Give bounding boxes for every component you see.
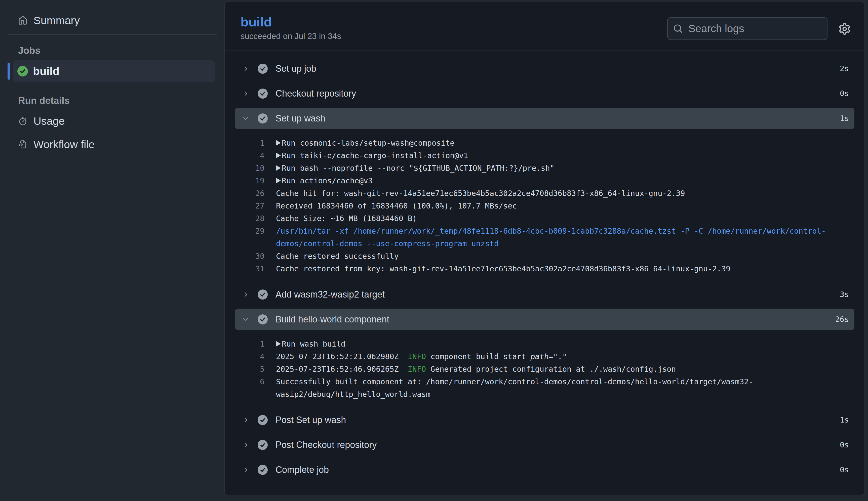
step-row-complete-job[interactable]: Complete job 0s xyxy=(235,459,855,480)
expand-run-icon[interactable] xyxy=(276,341,281,347)
expand-run-icon[interactable] xyxy=(276,153,281,158)
step-title: Complete job xyxy=(275,465,329,475)
panel-header: build succeeded on Jul 23 in 34s xyxy=(225,2,865,51)
log-line: 1Run cosmonic-labs/setup-wash@composite xyxy=(225,137,865,149)
gear-icon[interactable] xyxy=(839,23,850,35)
chevron-right-icon[interactable] xyxy=(242,65,249,72)
steps-list: Set up job 2s Checkout repository 0s Set… xyxy=(225,51,865,480)
log-line-text: Cache restored successfully xyxy=(276,250,837,263)
expand-run-icon[interactable] xyxy=(276,178,281,183)
sidebar-item-workflow-file[interactable]: Workflow file xyxy=(0,133,224,156)
log-line-number[interactable]: 4 xyxy=(234,350,264,363)
sidebar-item-usage-label: Usage xyxy=(33,115,65,127)
log-line-number[interactable]: 26 xyxy=(234,187,264,200)
log-line-number[interactable]: 6 xyxy=(234,375,264,401)
log-group: 1Run wash build42025-07-23T16:52:21.0629… xyxy=(225,338,865,401)
run-details-heading: Run details xyxy=(0,95,224,106)
log-line-number[interactable]: 27 xyxy=(234,200,264,212)
log-line: 27Received 16834460 of 16834460 (100.0%)… xyxy=(225,200,865,212)
log-line: 42025-07-23T16:52:21.062980Z INFO compon… xyxy=(225,350,865,363)
step-row-checkout-repository[interactable]: Checkout repository 0s xyxy=(235,83,855,104)
expand-run-icon[interactable] xyxy=(276,140,281,146)
step-row-add-wasm32-wasip2-target[interactable]: Add wasm32-wasip2 target 3s xyxy=(235,284,855,305)
log-line-number[interactable]: 28 xyxy=(234,212,264,225)
sidebar-divider xyxy=(8,34,216,35)
log-line-number[interactable]: 1 xyxy=(234,137,264,149)
log-line: 30Cache restored successfully xyxy=(225,250,865,263)
log-line: 19Run actions/cache@v3 xyxy=(225,174,865,187)
log-line-text: Cache Size: ~16 MB (16834460 B) xyxy=(276,212,837,225)
job-title-link[interactable]: build xyxy=(241,14,272,30)
job-status-line: succeeded on Jul 23 in 34s xyxy=(241,31,341,41)
log-line-number[interactable]: 31 xyxy=(234,263,264,275)
log-line-number[interactable]: 1 xyxy=(234,338,264,350)
log-line-text: Cache hit for: wash-git-rev-14a51ee71ec6… xyxy=(276,187,837,200)
log-line-number[interactable]: 19 xyxy=(234,174,264,187)
step-duration: 1s xyxy=(840,415,849,424)
log-line-number[interactable]: 29 xyxy=(234,225,264,250)
sidebar-job-build-label: build xyxy=(33,65,60,77)
job-success-icon xyxy=(17,66,28,76)
log-line: 52025-07-23T16:52:46.906265Z INFO Genera… xyxy=(225,363,865,375)
sidebar-item-usage[interactable]: Usage xyxy=(0,109,224,133)
log-group: 1Run cosmonic-labs/setup-wash@composite4… xyxy=(225,137,865,275)
log-line-number[interactable]: 30 xyxy=(234,250,264,263)
home-icon xyxy=(18,16,28,25)
expand-run-icon[interactable] xyxy=(276,165,281,171)
search-icon xyxy=(673,24,683,33)
step-row-set-up-wash[interactable]: Set up wash 1s xyxy=(235,108,855,129)
step-success-icon xyxy=(258,289,268,300)
log-line-text: Received 16834460 of 16834460 (100.0%), … xyxy=(276,200,837,212)
log-line-text: Run actions/cache@v3 xyxy=(276,174,837,187)
step-title: Set up job xyxy=(275,63,316,74)
step-duration: 0s xyxy=(840,465,849,474)
step-title: Add wasm32-wasip2 target xyxy=(275,289,385,300)
chevron-right-icon[interactable] xyxy=(242,466,249,473)
chevron-right-icon[interactable] xyxy=(242,90,249,97)
log-panel: build succeeded on Jul 23 in 34s Set up … xyxy=(224,2,865,495)
selected-indicator-bar xyxy=(8,63,10,80)
log-line: 26Cache hit for: wash-git-rev-14a51ee71e… xyxy=(225,187,865,200)
step-success-icon xyxy=(258,465,268,475)
log-line: 10Run bash --noprofile --norc "${GITHUB_… xyxy=(225,162,865,174)
step-row-build-hello-world-component[interactable]: Build hello-world component 26s xyxy=(235,309,855,330)
step-duration: 0s xyxy=(840,440,849,449)
step-success-icon xyxy=(258,88,268,99)
file-code-icon xyxy=(18,140,28,149)
sidebar-job-build[interactable]: build xyxy=(13,60,215,82)
step-row-set-up-job[interactable]: Set up job 2s xyxy=(235,58,855,79)
step-duration: 2s xyxy=(840,64,849,73)
step-duration: 3s xyxy=(840,290,849,299)
chevron-right-icon[interactable] xyxy=(242,441,249,448)
chevron-down-icon[interactable] xyxy=(242,115,249,122)
chevron-right-icon[interactable] xyxy=(242,416,249,424)
log-line-number[interactable]: 5 xyxy=(234,363,264,375)
sidebar-divider xyxy=(8,86,216,86)
log-line: 28Cache Size: ~16 MB (16834460 B) xyxy=(225,212,865,225)
step-title: Post Checkout repository xyxy=(275,440,377,450)
log-line-number[interactable]: 4 xyxy=(234,149,264,162)
search-box xyxy=(667,17,827,40)
sidebar-item-summary[interactable]: Summary xyxy=(0,9,224,32)
step-success-icon xyxy=(258,440,268,450)
sidebar-item-summary-label: Summary xyxy=(33,14,80,26)
log-line-number[interactable]: 10 xyxy=(234,162,264,174)
log-line-text: Run taiki-e/cache-cargo-install-action@v… xyxy=(276,149,837,162)
step-row-post-checkout-repository[interactable]: Post Checkout repository 0s xyxy=(235,434,855,456)
chevron-down-icon[interactable] xyxy=(242,316,249,323)
chevron-right-icon[interactable] xyxy=(242,291,249,298)
log-line-text: 2025-07-23T16:52:46.906265Z INFO Generat… xyxy=(276,363,837,375)
jobs-heading: Jobs xyxy=(0,45,224,56)
log-line-text: Run wash build xyxy=(276,338,837,350)
log-line: 4Run taiki-e/cache-cargo-install-action@… xyxy=(225,149,865,162)
step-title: Checkout repository xyxy=(275,88,356,99)
search-logs-input[interactable] xyxy=(688,23,821,35)
log-line-text: /usr/bin/tar -xf /home/runner/work/_temp… xyxy=(276,225,837,250)
step-row-post-set-up-wash[interactable]: Post Set up wash 1s xyxy=(235,409,855,430)
step-duration: 26s xyxy=(835,315,849,324)
sidebar-item-workflow-file-label: Workflow file xyxy=(33,138,95,151)
step-success-icon xyxy=(258,64,268,74)
step-title: Build hello-world component xyxy=(275,314,389,325)
log-line: 6Successfully built component at: /home/… xyxy=(225,375,865,401)
step-duration: 1s xyxy=(840,114,849,123)
